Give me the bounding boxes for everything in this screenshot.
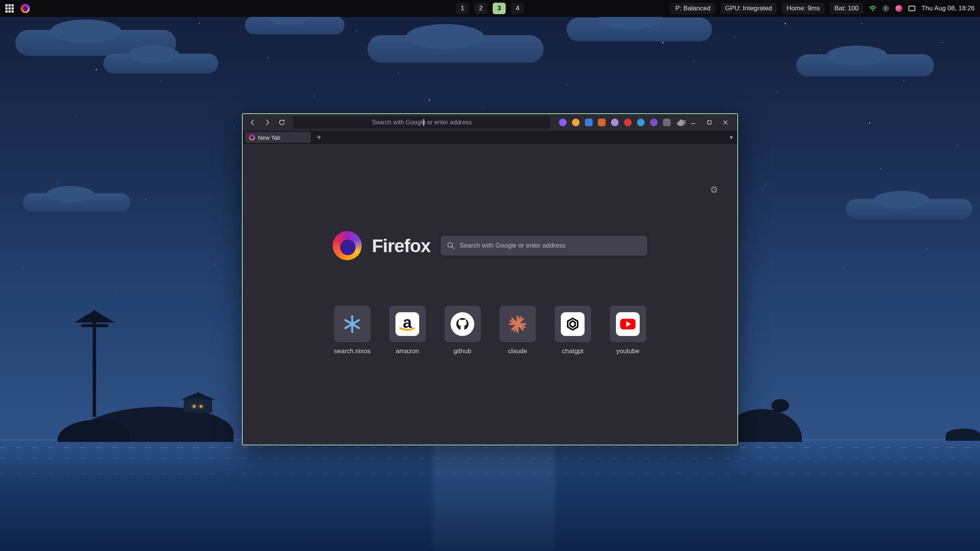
shortcut-label: github [454, 347, 471, 355]
shortcut-tile [610, 306, 646, 342]
cloud [567, 18, 712, 41]
url-bar[interactable] [293, 116, 550, 129]
wifi-icon[interactable] [869, 4, 877, 13]
shortcut-search-nixos[interactable]: search.nixos [334, 306, 371, 355]
shortcut-label: search.nixos [334, 347, 370, 355]
extension-icon[interactable] [598, 119, 606, 126]
media-icon[interactable] [895, 4, 903, 13]
water-shimmer [0, 458, 980, 459]
shortcut-label: chatgpt [562, 347, 583, 355]
extension-icon[interactable] [572, 119, 580, 126]
watchtower-deck [81, 324, 108, 327]
shortcut-tile [334, 306, 371, 342]
extension-icon[interactable] [611, 119, 619, 126]
watchtower [93, 321, 96, 417]
text-caret [423, 119, 424, 126]
workspace-button-1[interactable]: 1 [456, 3, 469, 14]
extension-icon[interactable] [624, 119, 632, 126]
search-icon [447, 241, 455, 250]
shortcut-youtube[interactable]: youtube [610, 306, 646, 355]
personalize-gear-icon[interactable]: ⚙ [710, 185, 718, 194]
extension-icon[interactable] [637, 119, 645, 126]
shortcut-github[interactable]: github [444, 306, 481, 355]
youtube-play-icon [620, 319, 635, 329]
window-controls [688, 117, 733, 127]
shortcut-label: amazon [396, 347, 419, 355]
extension-icon[interactable] [650, 119, 658, 126]
cloud [23, 193, 130, 212]
nixos-snowflake-icon [343, 315, 362, 334]
new-tab-button[interactable]: + [314, 132, 324, 142]
hut-light [200, 405, 202, 408]
distant-rock [946, 429, 980, 441]
newtab-search-input[interactable] [441, 236, 647, 256]
reload-button[interactable] [276, 116, 288, 129]
clock: Thu Aug 08, 18:26 [921, 5, 975, 12]
firefox-wordmark: Firefox [372, 235, 430, 256]
firefox-icon[interactable] [21, 4, 30, 13]
bluetooth-glyph: ᛒ [882, 5, 889, 12]
island-left [57, 373, 237, 442]
bluetooth-icon[interactable]: ᛒ [882, 4, 890, 13]
shortcut-amazon[interactable]: a amazon [389, 306, 426, 355]
minimize-button[interactable] [688, 117, 698, 127]
hut [184, 399, 212, 413]
shortcut-tile [555, 306, 591, 342]
extensions-puzzle-icon[interactable] [676, 118, 679, 127]
cloud [846, 199, 972, 219]
extension-icon[interactable] [585, 119, 593, 126]
water-shimmer [0, 473, 980, 474]
shortcut-claude[interactable]: claude [500, 306, 536, 355]
battery-status: Bat: 100 [830, 3, 863, 14]
gpu-status: GPU: Integrated [720, 3, 777, 14]
shortcut-tile [444, 306, 481, 342]
new-tab-page: ⚙ Firefox [243, 144, 737, 445]
display-icon[interactable] [908, 4, 916, 13]
media-dot [895, 5, 902, 12]
taskbar-left [5, 4, 30, 13]
hut-roof [181, 392, 215, 400]
ping-status: Home: 9ms [782, 3, 825, 14]
tab-new-tab[interactable]: New Tab [245, 132, 311, 143]
extension-toolbar [556, 119, 674, 126]
shortcut-tile [500, 306, 536, 342]
water-reflection [433, 440, 555, 551]
firefox-logo [333, 231, 362, 260]
firefox-favicon [249, 134, 255, 140]
workspace-button-3-active[interactable]: 3 [493, 3, 506, 14]
list-all-tabs-chevron-icon[interactable]: ▾ [730, 134, 733, 141]
tab-title: New Tab [258, 134, 280, 141]
close-button[interactable] [720, 117, 730, 127]
newtab-search-bar[interactable] [441, 236, 647, 256]
cloud [368, 35, 544, 63]
github-octocat-icon [455, 316, 470, 332]
cloud [103, 54, 218, 73]
taskbar: 1 2 3 4 P: Balanced GPU: Integrated Home… [0, 0, 980, 17]
shortcut-chatgpt[interactable]: chatgpt [555, 306, 591, 355]
firefox-window: ≡ New Tab + ▾ ⚙ [242, 113, 738, 445]
display-glyph [908, 6, 915, 11]
forward-button[interactable] [261, 116, 273, 129]
maximize-button[interactable] [704, 117, 714, 127]
openai-knot-icon [565, 316, 580, 332]
water-shimmer [0, 447, 980, 448]
cloud [245, 16, 345, 34]
back-button[interactable] [247, 116, 259, 129]
newtab-hero: Firefox [243, 231, 737, 260]
navigation-toolbar: ≡ [243, 114, 737, 131]
amazon-smile-icon [399, 327, 415, 332]
workspace-button-2[interactable]: 2 [474, 3, 487, 14]
workspace-switcher: 1 2 3 4 [456, 3, 524, 14]
extension-icon[interactable] [559, 119, 567, 126]
url-input[interactable] [293, 116, 550, 129]
hut-light [193, 405, 195, 408]
app-launcher-icon[interactable] [5, 4, 14, 13]
shortcut-label: youtube [616, 347, 640, 355]
workspace-button-4[interactable]: 4 [511, 3, 524, 14]
tab-bar: New Tab + ▾ [243, 131, 737, 144]
shortcut-tile: a [389, 306, 426, 342]
shortcuts-row: search.nixos a amazon [243, 306, 737, 355]
system-tray: ᛒ [869, 4, 916, 13]
extension-icon[interactable] [663, 119, 671, 126]
taskbar-right: P: Balanced GPU: Integrated Home: 9ms Ba… [671, 3, 975, 14]
